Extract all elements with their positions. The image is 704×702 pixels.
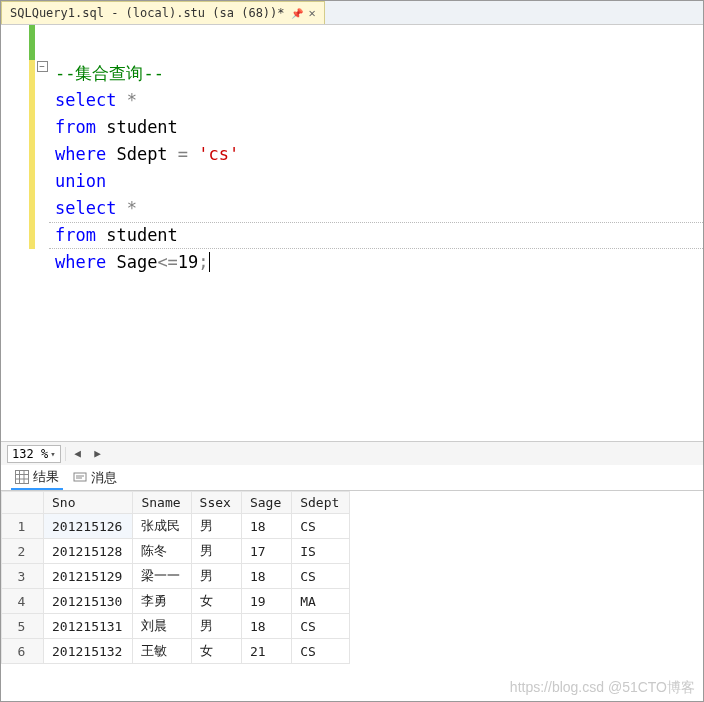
results-grid[interactable]: SnoSnameSsexSageSdept 1201215126张成民男18CS… <box>1 491 350 664</box>
zoom-combo[interactable]: 132 % ▾ <box>7 445 61 463</box>
cell[interactable]: CS <box>292 514 350 539</box>
rownum-cell[interactable]: 5 <box>2 614 44 639</box>
cell[interactable]: 17 <box>241 539 291 564</box>
svg-rect-5 <box>74 473 86 481</box>
rownum-cell[interactable]: 6 <box>2 639 44 664</box>
cell[interactable]: 女 <box>191 589 241 614</box>
cell[interactable]: CS <box>292 614 350 639</box>
cell[interactable]: 男 <box>191 614 241 639</box>
cell[interactable]: 201215132 <box>44 639 133 664</box>
cell[interactable]: 王敏 <box>133 639 191 664</box>
chevron-down-icon: ▾ <box>50 449 55 459</box>
code-content[interactable]: --集合查询-- select * from student where Sde… <box>49 25 703 441</box>
cell[interactable]: 18 <box>241 514 291 539</box>
table-row[interactable]: 3201215129梁一一男18CS <box>2 564 350 589</box>
cell[interactable]: 梁一一 <box>133 564 191 589</box>
col-header[interactable]: Sage <box>241 492 291 514</box>
cell[interactable]: 18 <box>241 614 291 639</box>
cell[interactable]: 201215126 <box>44 514 133 539</box>
grid-icon <box>15 470 29 484</box>
fold-toggle[interactable]: − <box>37 61 48 72</box>
tab-results[interactable]: 结果 <box>11 466 63 490</box>
pin-icon[interactable]: 📌 <box>291 8 303 19</box>
close-icon[interactable]: ✕ <box>309 6 316 20</box>
sql-editor[interactable]: − --集合查询-- select * from student where S… <box>1 25 703 441</box>
cell[interactable]: 19 <box>241 589 291 614</box>
cell[interactable]: 陈冬 <box>133 539 191 564</box>
table-header-row: SnoSnameSsexSageSdept <box>2 492 350 514</box>
table-row[interactable]: 1201215126张成民男18CS <box>2 514 350 539</box>
cell[interactable]: 男 <box>191 539 241 564</box>
svg-rect-0 <box>16 470 29 483</box>
cell[interactable]: 21 <box>241 639 291 664</box>
rownum-cell[interactable]: 1 <box>2 514 44 539</box>
rownum-cell[interactable]: 3 <box>2 564 44 589</box>
rownum-cell[interactable]: 2 <box>2 539 44 564</box>
tab-results-label: 结果 <box>33 468 59 486</box>
table-row[interactable]: 2201215128陈冬男17IS <box>2 539 350 564</box>
cell[interactable]: 男 <box>191 514 241 539</box>
cell[interactable]: 18 <box>241 564 291 589</box>
cell[interactable]: MA <box>292 589 350 614</box>
message-icon <box>73 471 87 485</box>
file-tab-title: SQLQuery1.sql - (local).stu (sa (68))* <box>10 6 285 20</box>
cell[interactable]: CS <box>292 564 350 589</box>
zoom-value: 132 % <box>12 447 48 461</box>
cell[interactable]: 201215128 <box>44 539 133 564</box>
nav-fwd-icon[interactable]: ▶ <box>90 446 106 462</box>
text-cursor <box>209 252 220 272</box>
table-row[interactable]: 4201215130李勇女19MA <box>2 589 350 614</box>
cell[interactable]: 男 <box>191 564 241 589</box>
watermark: https://blog.csd @51CTO博客 <box>510 679 695 697</box>
code-comment: --集合查询-- <box>55 63 164 83</box>
tab-messages[interactable]: 消息 <box>69 467 121 489</box>
tab-messages-label: 消息 <box>91 469 117 487</box>
cell[interactable]: 201215130 <box>44 589 133 614</box>
col-header[interactable]: Sdept <box>292 492 350 514</box>
file-tab-bar: SQLQuery1.sql - (local).stu (sa (68))* 📌… <box>1 1 703 25</box>
rownum-header[interactable] <box>2 492 44 514</box>
cell[interactable]: 女 <box>191 639 241 664</box>
cell[interactable]: 张成民 <box>133 514 191 539</box>
cell[interactable]: 201215129 <box>44 564 133 589</box>
col-header[interactable]: Ssex <box>191 492 241 514</box>
col-header[interactable]: Sname <box>133 492 191 514</box>
cell[interactable]: 刘晨 <box>133 614 191 639</box>
col-header[interactable]: Sno <box>44 492 133 514</box>
results-tab-bar: 结果 消息 <box>1 465 703 491</box>
results-grid-wrap: SnoSnameSsexSageSdept 1201215126张成民男18CS… <box>1 491 703 701</box>
cell[interactable]: 李勇 <box>133 589 191 614</box>
table-row[interactable]: 6201215132王敏女21CS <box>2 639 350 664</box>
nav-back-icon[interactable]: ◀ <box>70 446 86 462</box>
rownum-cell[interactable]: 4 <box>2 589 44 614</box>
editor-status-bar: 132 % ▾ ◀ ▶ <box>1 441 703 465</box>
cell[interactable]: IS <box>292 539 350 564</box>
file-tab[interactable]: SQLQuery1.sql - (local).stu (sa (68))* 📌… <box>1 1 325 24</box>
cell[interactable]: 201215131 <box>44 614 133 639</box>
cell[interactable]: CS <box>292 639 350 664</box>
table-row[interactable]: 5201215131刘晨男18CS <box>2 614 350 639</box>
